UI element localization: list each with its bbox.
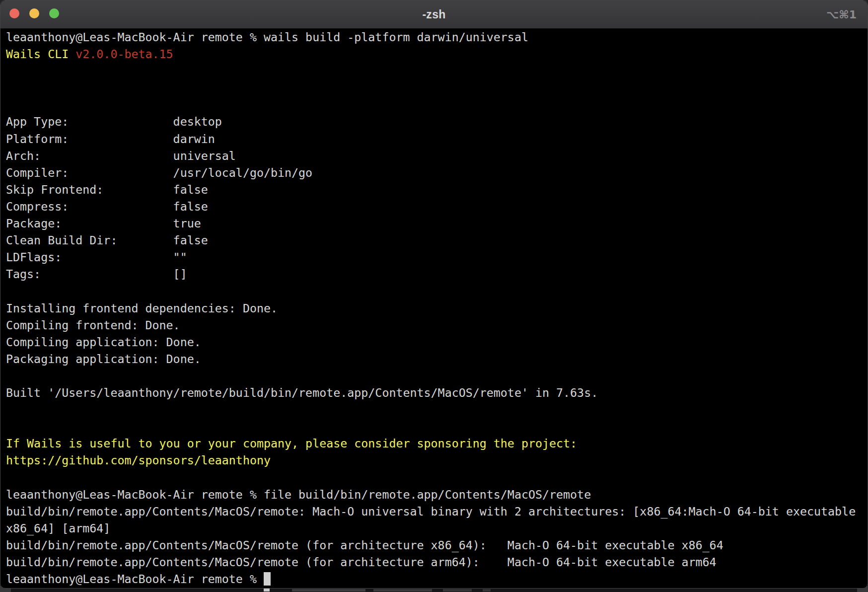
terminal-text: leaanthony@Leas-MacBook-Air remote % — [6, 572, 264, 586]
terminal-line: leaanthony@Leas-MacBook-Air remote % — [6, 572, 868, 589]
terminal-line: LDFlags: "" — [6, 250, 868, 267]
terminal-text: build/bin/remote.app/Contents/MacOS/remo… — [6, 505, 856, 518]
terminal-text: Compiler: /usr/local/go/bin/go — [6, 166, 312, 179]
terminal-text: LDFlags: "" — [6, 250, 187, 264]
terminal-text: Tags: [] — [6, 267, 187, 281]
terminal-line: Platform: darwin — [6, 132, 868, 149]
terminal-line: leaanthony@Leas-MacBook-Air remote % wai… — [6, 30, 868, 47]
terminal-line: Package: true — [6, 217, 868, 233]
terminal-text: Package: true — [6, 217, 201, 230]
terminal-text: leaanthony@Leas-MacBook-Air remote % wai… — [6, 30, 528, 44]
terminal-text: Packaging application: Done. — [6, 352, 201, 366]
terminal-line: Installing frontend dependencies: Done. — [6, 301, 868, 318]
terminal-text: App Type: desktop — [6, 115, 222, 128]
terminal-line — [6, 369, 868, 386]
terminal-line: Wails CLI v2.0.0-beta.15 — [6, 47, 868, 64]
terminal-text: Clean Build Dir: false — [6, 233, 208, 247]
terminal-line: leaanthony@Leas-MacBook-Air remote % fil… — [6, 488, 868, 505]
terminal-line — [6, 64, 868, 81]
terminal-line — [6, 284, 868, 301]
background-window-fragment — [292, 589, 365, 592]
terminal-line — [6, 81, 868, 98]
background-window-fragment — [483, 589, 491, 592]
terminal-line: Built '/Users/leaanthony/remote/build/bi… — [6, 386, 868, 403]
terminal-text: If Wails is useful to you or your compan… — [6, 437, 577, 450]
terminal-cursor — [264, 572, 271, 586]
terminal-line: build/bin/remote.app/Contents/MacOS/remo… — [6, 555, 868, 572]
terminal-line: Clean Build Dir: false — [6, 233, 868, 250]
background-window-fragment — [373, 589, 432, 592]
terminal-line: Arch: universal — [6, 149, 868, 166]
terminal-line — [6, 98, 868, 115]
terminal-line: x86_64] [arm64] — [6, 521, 868, 538]
terminal-line: Tags: [] — [6, 267, 868, 284]
terminal-line: build/bin/remote.app/Contents/MacOS/remo… — [6, 538, 868, 555]
terminal-text: Compiling frontend: Done. — [6, 318, 180, 332]
terminal-line: Compiling frontend: Done. — [6, 318, 868, 335]
terminal-text: Compiling application: Done. — [6, 335, 201, 349]
tab-shortcut-label: ⌥⌘1 — [826, 8, 857, 21]
background-window-fragment — [443, 589, 472, 592]
terminal-line: Packaging application: Done. — [6, 352, 868, 369]
terminal-line: Skip Frontend: false — [6, 183, 868, 200]
titlebar[interactable]: -zsh ⌥⌘1 — [0, 0, 868, 29]
terminal-text: Wails CLI — [6, 47, 75, 61]
background-window-fragment — [264, 589, 270, 592]
terminal-line — [6, 403, 868, 420]
terminal-text: Built '/Users/leaanthony/remote/build/bi… — [6, 386, 598, 399]
terminal-window: -zsh ⌥⌘1 leaanthony@Leas-MacBook-Air rem… — [0, 0, 868, 589]
terminal-output[interactable]: leaanthony@Leas-MacBook-Air remote % wai… — [0, 29, 868, 589]
terminal-text: Arch: universal — [6, 149, 236, 162]
terminal-text: v2.0.0-beta.15 — [75, 47, 173, 61]
terminal-text: Compress: false — [6, 200, 208, 213]
terminal-line: build/bin/remote.app/Contents/MacOS/remo… — [6, 505, 868, 521]
terminal-text: Platform: darwin — [6, 132, 215, 146]
terminal-line: Compiler: /usr/local/go/bin/go — [6, 166, 868, 183]
terminal-line: Compress: false — [6, 200, 868, 217]
terminal-text: https://github.com/sponsors/leaanthony — [6, 453, 271, 467]
terminal-text: leaanthony@Leas-MacBook-Air remote % fil… — [6, 488, 591, 501]
terminal-line: https://github.com/sponsors/leaanthony — [6, 453, 868, 470]
terminal-text: x86_64] [arm64] — [6, 521, 110, 535]
terminal-line — [6, 420, 868, 437]
terminal-text: Installing frontend dependencies: Done. — [6, 301, 278, 315]
terminal-text: build/bin/remote.app/Contents/MacOS/remo… — [6, 555, 717, 569]
window-title: -zsh — [0, 8, 868, 21]
terminal-line: If Wails is useful to you or your compan… — [6, 437, 868, 453]
terminal-line: Compiling application: Done. — [6, 335, 868, 352]
terminal-line — [6, 470, 868, 487]
terminal-text: Skip Frontend: false — [6, 183, 208, 196]
terminal-line: App Type: desktop — [6, 115, 868, 132]
terminal-text: build/bin/remote.app/Contents/MacOS/remo… — [6, 538, 723, 552]
